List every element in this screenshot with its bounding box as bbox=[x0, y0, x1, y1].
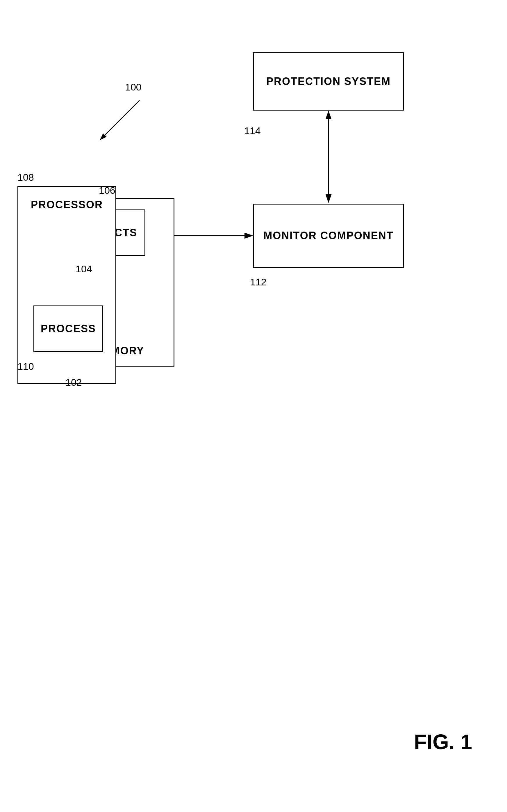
ref-108: 108 bbox=[17, 172, 34, 183]
protection-system-label: PROTECTION SYSTEM bbox=[266, 75, 391, 88]
processor-box: PROCESSOR bbox=[17, 186, 116, 384]
svg-line-6 bbox=[100, 100, 139, 140]
ref-110: 110 bbox=[17, 361, 34, 372]
monitor-component-label: MONITOR COMPONENT bbox=[263, 230, 393, 242]
ref-104: 104 bbox=[75, 263, 92, 275]
processor-label: PROCESSOR bbox=[18, 199, 115, 211]
ref-100: 100 bbox=[125, 82, 142, 93]
monitor-component-box: MONITOR COMPONENT bbox=[253, 204, 404, 268]
ref-102: 102 bbox=[65, 377, 82, 388]
process-box: PROCESS bbox=[34, 305, 103, 352]
ref-112: 112 bbox=[250, 276, 267, 288]
figure-label: FIG. 1 bbox=[414, 730, 472, 754]
ref-114: 114 bbox=[244, 125, 261, 137]
ref-106: 106 bbox=[99, 185, 115, 196]
process-label: PROCESS bbox=[41, 323, 96, 335]
protection-system-box: PROTECTION SYSTEM bbox=[253, 52, 404, 110]
